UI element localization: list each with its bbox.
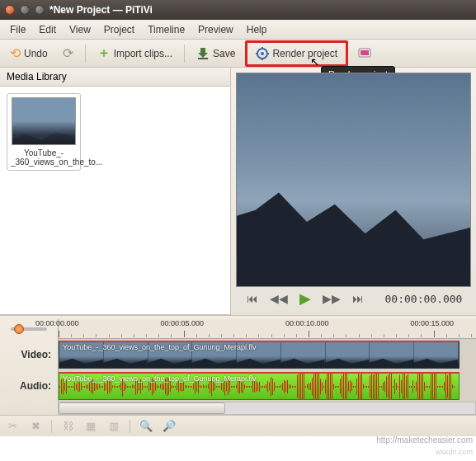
save-button[interactable]: Save bbox=[191, 44, 240, 64]
window-title: *New Project — PiTiVi bbox=[49, 4, 153, 16]
cut-icon: ✂ bbox=[5, 419, 20, 434]
toolbar: ⟲ Undo ⟳ ＋ Import clips... Save Render p… bbox=[0, 40, 476, 68]
ungroup-icon: ▥ bbox=[106, 419, 121, 434]
audio-track-label: Audio: bbox=[0, 370, 58, 402]
video-track[interactable]: YouTube_-_360_views_on_the_top_of_Gunung… bbox=[58, 339, 476, 370]
menu-project[interactable]: Project bbox=[97, 21, 141, 38]
render-highlight-box: Render project ↖ Render project bbox=[245, 40, 348, 67]
goto-start-button[interactable]: ⏮ bbox=[245, 292, 260, 305]
media-library-body[interactable]: YouTube_-_360_views_on_the_to... bbox=[0, 87, 230, 315]
window-maximize-button[interactable] bbox=[35, 5, 45, 15]
import-label: Import clips... bbox=[114, 48, 172, 59]
unlink-icon: ⛓ bbox=[60, 419, 75, 434]
media-library-panel: Media Library YouTube_-_360_views_on_the… bbox=[0, 68, 231, 315]
import-clips-button[interactable]: ＋ Import clips... bbox=[92, 41, 177, 65]
undo-label: Undo bbox=[24, 48, 48, 59]
scrollbar-thumb[interactable] bbox=[59, 402, 225, 414]
statusbar: ✂ ✖ ⛓ ▦ ▥ 🔍 🔎 bbox=[0, 415, 476, 436]
preview-viewport[interactable] bbox=[236, 73, 471, 287]
timeline-ruler[interactable]: 00:00:00.00000:00:05.00000:00:10.00000:0… bbox=[58, 319, 476, 339]
playback-controls: ⏮ ◀◀ ▶ ▶▶ ⏭ 00:00:00.000 bbox=[236, 287, 471, 310]
step-forward-button[interactable]: ▶▶ bbox=[321, 292, 342, 305]
audio-track[interactable]: YouTube_-_360_views_on_the_top_of_Gunung… bbox=[58, 370, 476, 402]
clip-thumbnail bbox=[12, 97, 76, 145]
delete-icon: ✖ bbox=[28, 419, 43, 434]
svg-rect-0 bbox=[198, 58, 208, 59]
menu-timeline[interactable]: Timeline bbox=[141, 21, 191, 38]
gear-icon bbox=[256, 47, 269, 60]
redo-button: ⟳ bbox=[58, 42, 78, 64]
window-close-button[interactable] bbox=[5, 5, 15, 15]
toolbar-separator bbox=[85, 45, 86, 63]
audio-clip-label: YouTube_-_360_views_on_the_top_of_Gunung… bbox=[63, 374, 257, 383]
render-project-button[interactable]: Render project bbox=[251, 44, 342, 64]
window-titlebar: *New Project — PiTiVi bbox=[0, 0, 476, 20]
undo-icon: ⟲ bbox=[10, 45, 21, 61]
save-label: Save bbox=[213, 48, 235, 59]
zoom-thumb[interactable] bbox=[14, 324, 24, 334]
svg-rect-8 bbox=[361, 50, 369, 55]
svg-point-2 bbox=[261, 52, 264, 55]
menu-edit[interactable]: Edit bbox=[32, 21, 63, 38]
media-library-header: Media Library bbox=[0, 68, 230, 87]
render-label: Render project bbox=[272, 48, 337, 59]
step-back-button[interactable]: ◀◀ bbox=[268, 292, 290, 305]
menubar: File Edit View Project Timeline Preview … bbox=[0, 20, 476, 40]
library-clip[interactable]: YouTube_-_360_views_on_the_to... bbox=[7, 93, 81, 171]
undo-button[interactable]: ⟲ Undo bbox=[5, 42, 53, 64]
video-clip[interactable]: YouTube_-_360_views_on_the_top_of_Gunung… bbox=[59, 341, 460, 369]
goto-end-button[interactable]: ⏭ bbox=[351, 292, 365, 305]
video-clip-label: YouTube_-_360_views_on_the_top_of_Gunung… bbox=[63, 343, 257, 351]
watermark-small: wsxdn.com bbox=[436, 448, 473, 456]
save-icon bbox=[196, 47, 210, 60]
preview-timecode: 00:00:00.000 bbox=[385, 293, 463, 305]
plus-icon: ＋ bbox=[97, 45, 111, 62]
menu-view[interactable]: View bbox=[63, 21, 97, 38]
clip-name: YouTube_-_360_views_on_the_to... bbox=[11, 148, 77, 167]
watermark: http://maketecheasier.com bbox=[376, 435, 473, 445]
zoom-in-icon[interactable]: 🔍 bbox=[139, 419, 153, 434]
audio-clip[interactable]: YouTube_-_360_views_on_the_top_of_Gunung… bbox=[59, 372, 460, 400]
screen-icon bbox=[358, 48, 371, 59]
menu-preview[interactable]: Preview bbox=[191, 21, 240, 38]
toolbar-separator bbox=[184, 45, 185, 63]
redo-icon: ⟳ bbox=[63, 45, 73, 61]
menu-file[interactable]: File bbox=[3, 21, 32, 38]
window-minimize-button[interactable] bbox=[20, 5, 30, 15]
group-icon: ▦ bbox=[83, 419, 98, 434]
cursor-icon: ↖ bbox=[310, 55, 320, 68]
play-button[interactable]: ▶ bbox=[298, 289, 313, 308]
timeline-scrollbar[interactable] bbox=[0, 402, 476, 415]
menu-help[interactable]: Help bbox=[240, 21, 274, 38]
video-track-label: Video: bbox=[0, 339, 58, 370]
timeline-panel: 00:00:00.00000:00:05.00000:00:10.00000:0… bbox=[0, 315, 476, 415]
zoom-out-icon[interactable]: 🔎 bbox=[162, 419, 177, 434]
fullscreen-button[interactable] bbox=[353, 45, 376, 63]
preview-panel: ⏮ ◀◀ ▶ ▶▶ ⏭ 00:00:00.000 bbox=[231, 68, 476, 315]
zoom-slider[interactable] bbox=[0, 327, 58, 331]
